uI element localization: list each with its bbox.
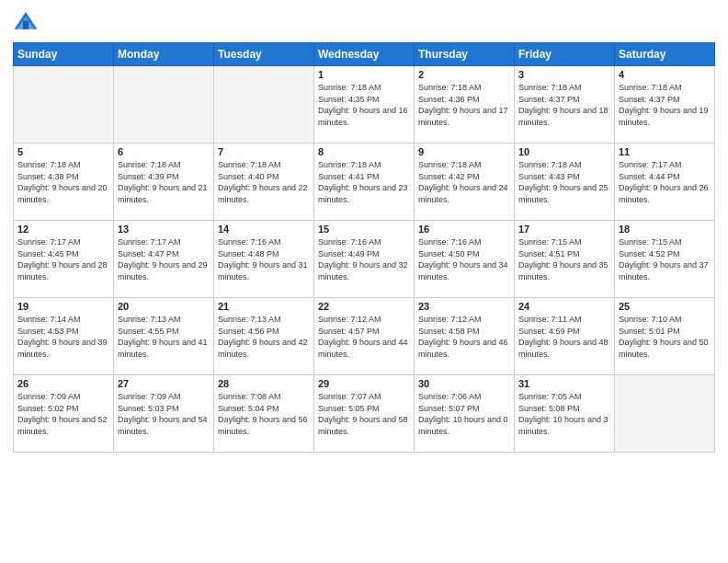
day-number: 25 xyxy=(619,301,711,312)
day-info: Sunrise: 7:18 AMSunset: 4:40 PMDaylight:… xyxy=(218,159,310,205)
day-info: Sunrise: 7:08 AMSunset: 5:04 PMDaylight:… xyxy=(218,391,310,437)
day-info: Sunrise: 7:12 AMSunset: 4:57 PMDaylight:… xyxy=(318,314,410,360)
day-info: Sunrise: 7:17 AMSunset: 4:44 PMDaylight:… xyxy=(619,159,711,205)
svg-rect-2 xyxy=(23,20,28,29)
day-info: Sunrise: 7:18 AMSunset: 4:43 PMDaylight:… xyxy=(518,159,610,205)
day-number: 27 xyxy=(118,378,210,389)
page-container: SundayMondayTuesdayWednesdayThursdayFrid… xyxy=(0,0,728,462)
calendar-cell: 7Sunrise: 7:18 AMSunset: 4:40 PMDaylight… xyxy=(214,144,314,221)
calendar-week-row: 5Sunrise: 7:18 AMSunset: 4:38 PMDaylight… xyxy=(14,144,715,221)
day-info: Sunrise: 7:12 AMSunset: 4:58 PMDaylight:… xyxy=(418,314,510,360)
calendar-cell: 27Sunrise: 7:09 AMSunset: 5:03 PMDayligh… xyxy=(114,375,214,453)
day-number: 21 xyxy=(218,301,310,312)
calendar-cell: 4Sunrise: 7:18 AMSunset: 4:37 PMDaylight… xyxy=(615,66,715,144)
day-info: Sunrise: 7:14 AMSunset: 4:53 PMDaylight:… xyxy=(17,314,109,360)
day-number: 17 xyxy=(518,224,610,235)
calendar-cell xyxy=(615,375,715,453)
calendar-cell: 8Sunrise: 7:18 AMSunset: 4:41 PMDaylight… xyxy=(314,144,415,221)
calendar-day-header: Tuesday xyxy=(214,43,314,66)
day-info: Sunrise: 7:15 AMSunset: 4:52 PMDaylight:… xyxy=(619,236,711,282)
calendar-cell: 28Sunrise: 7:08 AMSunset: 5:04 PMDayligh… xyxy=(214,375,314,453)
day-info: Sunrise: 7:16 AMSunset: 4:49 PMDaylight:… xyxy=(318,236,410,282)
day-info: Sunrise: 7:18 AMSunset: 4:37 PMDaylight:… xyxy=(518,82,610,128)
calendar-cell: 26Sunrise: 7:09 AMSunset: 5:02 PMDayligh… xyxy=(14,375,114,453)
calendar-cell: 2Sunrise: 7:18 AMSunset: 4:36 PMDaylight… xyxy=(415,66,515,144)
logo-icon xyxy=(13,9,39,35)
day-info: Sunrise: 7:17 AMSunset: 4:47 PMDaylight:… xyxy=(118,236,210,282)
day-number: 7 xyxy=(218,146,310,157)
day-number: 11 xyxy=(619,146,711,157)
calendar-cell: 18Sunrise: 7:15 AMSunset: 4:52 PMDayligh… xyxy=(615,221,715,298)
day-number: 18 xyxy=(619,224,711,235)
day-info: Sunrise: 7:17 AMSunset: 4:45 PMDaylight:… xyxy=(17,236,109,282)
calendar-cell: 30Sunrise: 7:06 AMSunset: 5:07 PMDayligh… xyxy=(415,375,515,453)
day-info: Sunrise: 7:11 AMSunset: 4:59 PMDaylight:… xyxy=(518,314,610,360)
calendar-table: SundayMondayTuesdayWednesdayThursdayFrid… xyxy=(13,42,715,453)
calendar-cell: 20Sunrise: 7:13 AMSunset: 4:55 PMDayligh… xyxy=(114,298,214,375)
day-info: Sunrise: 7:18 AMSunset: 4:35 PMDaylight:… xyxy=(318,82,410,128)
calendar-cell: 6Sunrise: 7:18 AMSunset: 4:39 PMDaylight… xyxy=(114,144,214,221)
day-info: Sunrise: 7:18 AMSunset: 4:42 PMDaylight:… xyxy=(418,159,510,205)
calendar-cell xyxy=(14,66,114,144)
calendar-cell: 19Sunrise: 7:14 AMSunset: 4:53 PMDayligh… xyxy=(14,298,114,375)
day-number: 29 xyxy=(318,378,410,389)
calendar-day-header: Saturday xyxy=(615,43,715,66)
logo xyxy=(13,9,42,35)
day-number: 13 xyxy=(118,224,210,235)
day-number: 22 xyxy=(318,301,410,312)
day-number: 16 xyxy=(418,224,510,235)
day-number: 28 xyxy=(218,378,310,389)
day-info: Sunrise: 7:05 AMSunset: 5:08 PMDaylight:… xyxy=(518,391,610,437)
day-info: Sunrise: 7:18 AMSunset: 4:39 PMDaylight:… xyxy=(118,159,210,205)
day-number: 4 xyxy=(619,69,711,80)
day-number: 15 xyxy=(318,224,410,235)
calendar-cell: 29Sunrise: 7:07 AMSunset: 5:05 PMDayligh… xyxy=(314,375,415,453)
calendar-cell: 14Sunrise: 7:16 AMSunset: 4:48 PMDayligh… xyxy=(214,221,314,298)
calendar-cell: 9Sunrise: 7:18 AMSunset: 4:42 PMDaylight… xyxy=(415,144,515,221)
day-number: 6 xyxy=(118,146,210,157)
day-number: 12 xyxy=(17,224,109,235)
calendar-day-header: Wednesday xyxy=(314,43,415,66)
day-info: Sunrise: 7:18 AMSunset: 4:41 PMDaylight:… xyxy=(318,159,410,205)
calendar-cell: 15Sunrise: 7:16 AMSunset: 4:49 PMDayligh… xyxy=(314,221,415,298)
calendar-cell: 16Sunrise: 7:16 AMSunset: 4:50 PMDayligh… xyxy=(415,221,515,298)
calendar-cell: 31Sunrise: 7:05 AMSunset: 5:08 PMDayligh… xyxy=(515,375,615,453)
day-number: 19 xyxy=(17,301,109,312)
calendar-day-header: Monday xyxy=(114,43,214,66)
calendar-week-row: 1Sunrise: 7:18 AMSunset: 4:35 PMDaylight… xyxy=(14,66,715,144)
calendar-cell: 1Sunrise: 7:18 AMSunset: 4:35 PMDaylight… xyxy=(314,66,415,144)
calendar-header-row: SundayMondayTuesdayWednesdayThursdayFrid… xyxy=(14,43,715,66)
day-info: Sunrise: 7:16 AMSunset: 4:48 PMDaylight:… xyxy=(218,236,310,282)
day-number: 26 xyxy=(17,378,109,389)
calendar-cell: 23Sunrise: 7:12 AMSunset: 4:58 PMDayligh… xyxy=(415,298,515,375)
calendar-cell: 11Sunrise: 7:17 AMSunset: 4:44 PMDayligh… xyxy=(615,144,715,221)
header xyxy=(13,9,715,35)
calendar-day-header: Sunday xyxy=(14,43,114,66)
day-number: 9 xyxy=(418,146,510,157)
calendar-cell: 21Sunrise: 7:13 AMSunset: 4:56 PMDayligh… xyxy=(214,298,314,375)
calendar-week-row: 26Sunrise: 7:09 AMSunset: 5:02 PMDayligh… xyxy=(14,375,715,453)
calendar-day-header: Thursday xyxy=(415,43,515,66)
day-number: 1 xyxy=(318,69,410,80)
day-number: 24 xyxy=(518,301,610,312)
calendar-cell: 24Sunrise: 7:11 AMSunset: 4:59 PMDayligh… xyxy=(515,298,615,375)
calendar-cell xyxy=(214,66,314,144)
day-info: Sunrise: 7:10 AMSunset: 5:01 PMDaylight:… xyxy=(619,314,711,360)
day-info: Sunrise: 7:13 AMSunset: 4:56 PMDaylight:… xyxy=(218,314,310,360)
calendar-week-row: 19Sunrise: 7:14 AMSunset: 4:53 PMDayligh… xyxy=(14,298,715,375)
day-number: 3 xyxy=(518,69,610,80)
day-info: Sunrise: 7:18 AMSunset: 4:38 PMDaylight:… xyxy=(17,159,109,205)
day-info: Sunrise: 7:09 AMSunset: 5:03 PMDaylight:… xyxy=(118,391,210,437)
calendar-cell: 22Sunrise: 7:12 AMSunset: 4:57 PMDayligh… xyxy=(314,298,415,375)
day-number: 8 xyxy=(318,146,410,157)
calendar-cell xyxy=(114,66,214,144)
day-info: Sunrise: 7:13 AMSunset: 4:55 PMDaylight:… xyxy=(118,314,210,360)
calendar-cell: 12Sunrise: 7:17 AMSunset: 4:45 PMDayligh… xyxy=(14,221,114,298)
calendar-cell: 3Sunrise: 7:18 AMSunset: 4:37 PMDaylight… xyxy=(515,66,615,144)
day-number: 30 xyxy=(418,378,510,389)
day-number: 31 xyxy=(518,378,610,389)
calendar-cell: 10Sunrise: 7:18 AMSunset: 4:43 PMDayligh… xyxy=(515,144,615,221)
day-number: 2 xyxy=(418,69,510,80)
day-info: Sunrise: 7:18 AMSunset: 4:36 PMDaylight:… xyxy=(418,82,510,128)
day-info: Sunrise: 7:06 AMSunset: 5:07 PMDaylight:… xyxy=(418,391,510,437)
